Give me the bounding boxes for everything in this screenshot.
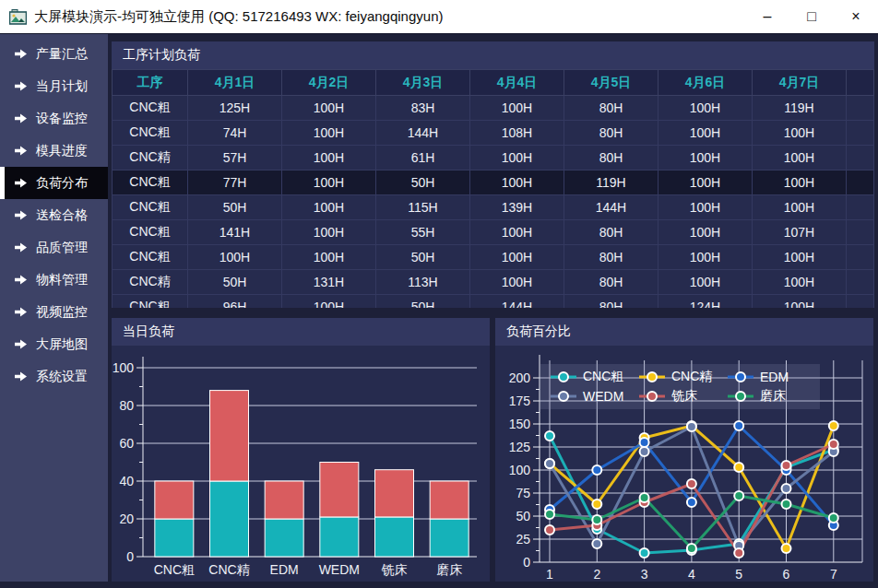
- table-row[interactable]: CNC精57H100H61H100H80H100H100H: [113, 146, 874, 171]
- svg-text:5: 5: [735, 567, 742, 582]
- load-percent-header: 负荷百分比: [495, 318, 873, 346]
- legend-item-CNC粗[interactable]: CNC粗: [551, 369, 632, 385]
- hours-cell: 50H: [376, 245, 470, 270]
- arrow-icon: [15, 275, 27, 285]
- hours-cell: 100H: [753, 146, 847, 171]
- hours-cell: 74H: [188, 121, 282, 146]
- hours-cell: 119H: [753, 96, 847, 121]
- sidebar-item-大屏地图[interactable]: 大屏地图: [0, 328, 108, 360]
- legend-item-CNC精[interactable]: CNC精: [639, 369, 720, 385]
- hours-cell: 77H: [188, 171, 282, 195]
- legend-label: CNC精: [671, 369, 712, 385]
- table-row[interactable]: CNC精50H131H113H100H80H100H100H: [113, 270, 874, 295]
- legend-item-磨床[interactable]: 磨床: [728, 388, 809, 405]
- minimize-button[interactable]: –: [745, 0, 789, 33]
- column-header: 4月6日: [658, 70, 753, 96]
- hours-cell: 100H: [470, 171, 564, 195]
- process-cell: CNC粗: [113, 121, 188, 146]
- legend-label: CNC粗: [583, 369, 623, 385]
- hours-cell: 50H: [376, 295, 470, 309]
- hours-cell: 100H: [470, 96, 564, 121]
- legend-marker-icon: [728, 390, 753, 403]
- hours-cell: 80H: [564, 146, 658, 171]
- svg-text:100: 100: [509, 463, 531, 477]
- sidebar-item-模具进度[interactable]: 模具进度: [0, 135, 108, 167]
- empty-cell: [847, 146, 874, 171]
- empty-cell: [847, 295, 874, 309]
- legend-marker-icon: [639, 390, 665, 403]
- sidebar-item-label: 视频监控: [36, 304, 88, 321]
- sidebar-item-物料管理[interactable]: 物料管理: [0, 264, 108, 296]
- sidebar-item-当月计划[interactable]: 当月计划: [0, 70, 108, 102]
- table-row[interactable]: CNC粗77H100H50H100H119H100H100H: [113, 171, 874, 195]
- table-row[interactable]: CNC粗125H100H83H100H80H100H119H: [113, 96, 874, 121]
- empty-cell: [847, 121, 874, 146]
- legend-item-EDM[interactable]: EDM: [728, 369, 809, 385]
- table-row[interactable]: CNC粗141H100H55H100H80H100H107H: [113, 220, 874, 245]
- svg-text:7: 7: [830, 567, 837, 582]
- hours-cell: 100H: [470, 146, 564, 171]
- hours-cell: 100H: [470, 270, 564, 295]
- sidebar-item-送检合格[interactable]: 送检合格: [0, 199, 108, 231]
- sidebar-item-产量汇总[interactable]: 产量汇总: [0, 38, 108, 70]
- empty-cell: [847, 245, 874, 270]
- legend-marker-icon: [551, 390, 576, 403]
- sidebar-item-视频监控[interactable]: 视频监控: [0, 296, 108, 328]
- arrow-icon: [15, 210, 27, 220]
- svg-text:25: 25: [516, 532, 530, 547]
- arrow-icon: [15, 113, 27, 123]
- legend-marker-icon: [639, 370, 665, 383]
- sidebar: 产量汇总当月计划设备监控模具进度负荷分布送检合格品质管理物料管理视频监控大屏地图…: [0, 34, 108, 582]
- sidebar-item-label: 物料管理: [36, 272, 88, 288]
- load-percent-panel: 负荷百分比 02550751001251501752001234567 CNC粗…: [495, 318, 873, 582]
- legend-item-WEDM[interactable]: WEDM: [551, 388, 632, 405]
- daily-load-panel: 当日负荷 020406080100CNC粗CNC精EDMWEDM铣床磨床: [112, 318, 490, 582]
- table-row[interactable]: CNC粗50H100H115H139H144H100H100H: [113, 195, 874, 220]
- hours-cell: 100H: [658, 171, 753, 195]
- process-table-wrap[interactable]: 工序4月1日4月2日4月3日4月4日4月5日4月6日4月7日 CNC粗125H1…: [112, 69, 874, 308]
- hours-cell: 100H: [658, 121, 753, 146]
- legend-marker-icon: [728, 370, 753, 383]
- svg-text:125: 125: [509, 440, 531, 454]
- legend-label: EDM: [760, 370, 789, 384]
- sidebar-item-品质管理[interactable]: 品质管理: [0, 231, 108, 264]
- sidebar-item-系统设置[interactable]: 系统设置: [0, 360, 108, 393]
- maximize-button[interactable]: □: [789, 0, 834, 33]
- legend-item-铣床[interactable]: 铣床: [639, 388, 720, 405]
- chart-legend[interactable]: CNC粗CNC精EDMWEDM铣床磨床: [540, 364, 820, 409]
- legend-label: WEDM: [583, 389, 623, 404]
- sidebar-item-label: 大屏地图: [36, 336, 88, 353]
- arrow-icon: [15, 49, 27, 59]
- hours-cell: 100H: [282, 96, 376, 121]
- hours-cell: 100H: [753, 245, 847, 270]
- sidebar-item-设备监控[interactable]: 设备监控: [0, 102, 108, 135]
- legend-label: 铣床: [671, 388, 697, 405]
- hours-cell: 100H: [753, 195, 847, 220]
- hours-cell: 141H: [188, 220, 282, 245]
- process-cell: CNC粗: [113, 195, 188, 220]
- sidebar-item-label: 送检合格: [36, 207, 88, 224]
- table-row[interactable]: CNC粗74H100H144H108H80H100H100H: [113, 121, 874, 146]
- hours-cell: 131H: [282, 270, 376, 295]
- svg-text:50: 50: [516, 509, 530, 523]
- table-row[interactable]: CNC粗100H100H50H100H80H100H100H: [113, 245, 874, 270]
- daily-load-header: 当日负荷: [112, 318, 490, 346]
- process-load-panel: 工序计划负荷 工序4月1日4月2日4月3日4月4日4月5日4月6日4月7日 CN…: [112, 41, 874, 308]
- column-header: 4月4日: [470, 70, 564, 96]
- arrow-icon: [15, 307, 27, 317]
- table-row[interactable]: CNC粗96H100H50H144H80H124H100H: [113, 295, 874, 309]
- process-cell: CNC粗: [113, 171, 188, 195]
- hours-cell: 100H: [282, 245, 376, 270]
- hours-cell: 80H: [564, 121, 658, 146]
- sidebar-item-label: 当月计划: [36, 78, 88, 95]
- process-cell: CNC粗: [113, 295, 188, 309]
- arrow-icon: [15, 146, 27, 156]
- hours-cell: 124H: [658, 295, 753, 309]
- hours-cell: 100H: [282, 146, 376, 171]
- hours-cell: 80H: [564, 220, 658, 245]
- svg-text:WEDM: WEDM: [319, 562, 360, 577]
- sidebar-item-负荷分布[interactable]: 负荷分布: [0, 167, 108, 199]
- svg-text:175: 175: [509, 394, 531, 408]
- close-button[interactable]: ×: [834, 0, 878, 33]
- table-header-row: 工序4月1日4月2日4月3日4月4日4月5日4月6日4月7日: [113, 70, 874, 96]
